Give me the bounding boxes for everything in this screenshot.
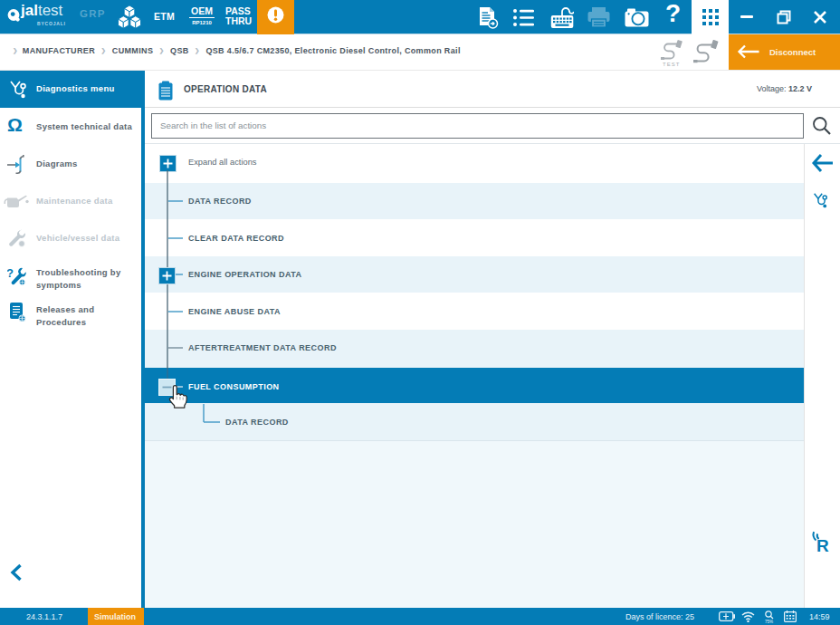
svg-text:TEST: TEST (663, 62, 680, 67)
svg-text:R: R (816, 536, 829, 555)
svg-text:75%: 75% (765, 620, 773, 624)
svg-text:?: ? (7, 266, 14, 280)
